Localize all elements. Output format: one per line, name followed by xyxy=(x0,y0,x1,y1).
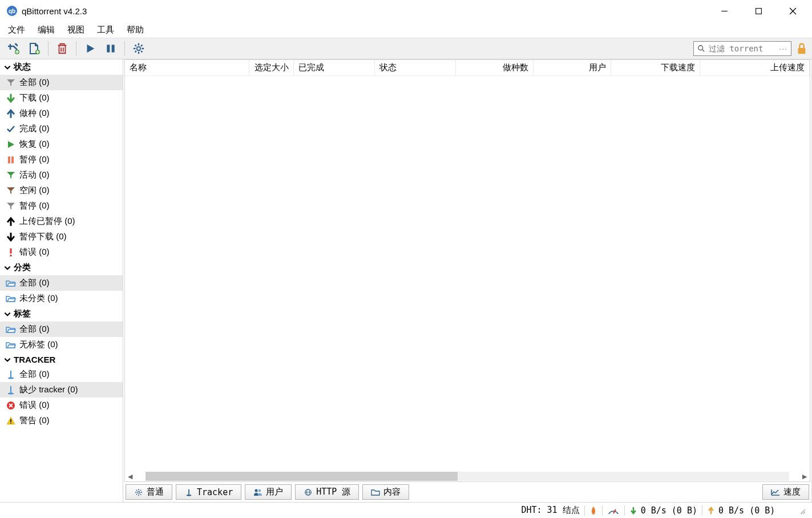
sidebar-item-status-1[interactable]: 下载 (0) xyxy=(0,90,123,106)
window-title: qBittorrent v4.2.3 xyxy=(22,6,87,16)
arrow-up-icon xyxy=(707,506,715,515)
menu-help[interactable]: 帮助 xyxy=(121,23,150,37)
resize-grip[interactable] xyxy=(797,506,806,515)
col-peers[interactable]: 用户 xyxy=(534,60,611,75)
svg-rect-7 xyxy=(112,45,115,52)
sidebar-item-status-0[interactable]: 全部 (0) xyxy=(0,75,123,90)
sidebar-item-status-3[interactable]: 完成 (0) xyxy=(0,121,123,136)
sidebar-item-status-4[interactable]: 恢复 (0) xyxy=(0,136,123,152)
sidebar-item-tracker-1[interactable]: 缺少 tracker (0) xyxy=(0,382,123,397)
warn-yellow-icon xyxy=(6,416,16,426)
sidebar-group-tags[interactable]: 标签 xyxy=(0,306,123,322)
arrow-down-black-icon xyxy=(6,232,16,242)
sidebar-item-category-0[interactable]: 全部 (0) xyxy=(0,275,123,291)
scroll-thumb[interactable] xyxy=(146,472,458,481)
globe-icon xyxy=(304,488,313,497)
sidebar-item-tracker-3[interactable]: 警告 (0) xyxy=(0,413,123,428)
arrow-up-blue-icon xyxy=(6,109,16,119)
separator xyxy=(76,41,76,56)
folder-open-icon xyxy=(6,340,16,350)
pause-button[interactable] xyxy=(100,39,121,58)
col-seeds[interactable]: 做种数 xyxy=(456,60,534,75)
check-blue-icon xyxy=(6,124,16,134)
firewall-icon[interactable] xyxy=(589,506,597,515)
funnel-brown-icon xyxy=(6,186,16,196)
separator xyxy=(124,41,125,56)
sidebar-item-tags-1[interactable]: 无标签 (0) xyxy=(0,337,123,352)
app-icon: qb xyxy=(7,6,17,16)
svg-point-25 xyxy=(187,494,192,496)
tab-label: HTTP 源 xyxy=(316,487,350,497)
gear-icon xyxy=(134,488,143,497)
minimize-button[interactable] xyxy=(707,0,741,22)
sidebar-item-status-6[interactable]: 活动 (0) xyxy=(0,167,123,183)
tracker-blue-icon xyxy=(6,385,16,395)
delete-button[interactable] xyxy=(52,39,72,58)
tab-http[interactable]: HTTP 源 xyxy=(295,484,359,500)
tracker-blue-icon xyxy=(6,370,16,380)
tab-general[interactable]: 普通 xyxy=(126,484,172,500)
col-size[interactable]: 选定大小 xyxy=(249,60,294,75)
download-stat[interactable]: 0 B/s (0 B) xyxy=(629,505,697,516)
play-green-icon xyxy=(6,139,16,150)
scroll-left-icon[interactable]: ◀ xyxy=(125,472,135,481)
menu-file[interactable]: 文件 xyxy=(2,23,31,37)
tab-speed[interactable]: 速度 xyxy=(762,484,809,500)
h-scrollbar[interactable]: ◀ ▶ xyxy=(125,471,810,481)
sidebar-item-tracker-2[interactable]: 错误 (0) xyxy=(0,397,123,413)
scroll-right-icon[interactable]: ▶ xyxy=(799,472,810,481)
tracker-icon xyxy=(184,488,193,497)
menu-view[interactable]: 视图 xyxy=(62,23,90,37)
sidebar-group-tracker[interactable]: TRACKER xyxy=(0,352,123,367)
upload-stat[interactable]: 0 B/s (0 B) xyxy=(707,505,793,516)
col-done[interactable]: 已完成 xyxy=(294,60,375,75)
titlebar: qb qBittorrent v4.2.3 xyxy=(0,0,812,22)
tab-peers[interactable]: 用户 xyxy=(245,484,292,500)
sidebar-item-status-11[interactable]: 错误 (0) xyxy=(0,244,123,260)
resume-button[interactable] xyxy=(80,39,100,58)
lock-button[interactable] xyxy=(795,42,809,55)
tab-label: 用户 xyxy=(266,487,283,497)
dht-status: DHT: 31 结点 xyxy=(521,505,579,516)
svg-rect-11 xyxy=(798,48,806,54)
sidebar-item-tags-0[interactable]: 全部 (0) xyxy=(0,322,123,337)
table-header: 名称 选定大小 已完成 状态 做种数 用户 下载速度 上传速度 xyxy=(125,60,810,76)
col-upspeed[interactable]: 上传速度 xyxy=(700,60,810,75)
filter-input[interactable] xyxy=(709,44,775,53)
sidebar-item-status-9[interactable]: 上传已暂停 (0) xyxy=(0,214,123,229)
settings-button[interactable] xyxy=(128,39,149,58)
col-dlspeed[interactable]: 下载速度 xyxy=(611,60,700,75)
svg-line-10 xyxy=(702,50,705,52)
tab-label: 普通 xyxy=(147,487,164,497)
col-status[interactable]: 状态 xyxy=(375,60,456,75)
menu-tools[interactable]: 工具 xyxy=(91,23,120,37)
svg-point-26 xyxy=(255,489,258,492)
sidebar-group-category[interactable]: 分类 xyxy=(0,260,123,275)
sidebar-group-status[interactable]: 状态 xyxy=(0,59,123,75)
tab-tracker[interactable]: Tracker xyxy=(176,484,241,500)
arrow-up-black-icon xyxy=(6,216,16,227)
sidebar-item-status-8[interactable]: 暂停 (0) xyxy=(0,198,123,214)
svg-rect-21 xyxy=(10,419,11,422)
funnel-gray-icon xyxy=(6,201,16,211)
sidebar-item-tracker-0[interactable]: 全部 (0) xyxy=(0,367,123,382)
sidebar-item-status-5[interactable]: 暂停 (0) xyxy=(0,152,123,167)
speed-limit-icon[interactable] xyxy=(607,506,620,515)
close-button[interactable] xyxy=(775,0,810,22)
sidebar-item-status-2[interactable]: 做种 (0) xyxy=(0,106,123,121)
sidebar-item-status-10[interactable]: 暂停下载 (0) xyxy=(0,229,123,244)
sidebar-item-category-1[interactable]: 未分类 (0) xyxy=(0,291,123,306)
col-name[interactable]: 名称 xyxy=(125,60,249,75)
svg-point-19 xyxy=(8,392,14,394)
pause-orange-icon xyxy=(6,155,16,165)
filter-more-icon: ··· xyxy=(779,44,787,53)
add-link-button[interactable] xyxy=(3,39,24,58)
maximize-button[interactable] xyxy=(741,0,775,22)
sidebar-item-status-7[interactable]: 空闲 (0) xyxy=(0,183,123,198)
add-file-button[interactable] xyxy=(24,39,45,58)
arrow-down-icon xyxy=(629,506,637,515)
svg-point-17 xyxy=(8,377,14,379)
menu-edit[interactable]: 编辑 xyxy=(32,23,60,37)
filter-box[interactable]: ··· xyxy=(693,41,791,56)
tab-content[interactable]: 内容 xyxy=(362,484,409,500)
